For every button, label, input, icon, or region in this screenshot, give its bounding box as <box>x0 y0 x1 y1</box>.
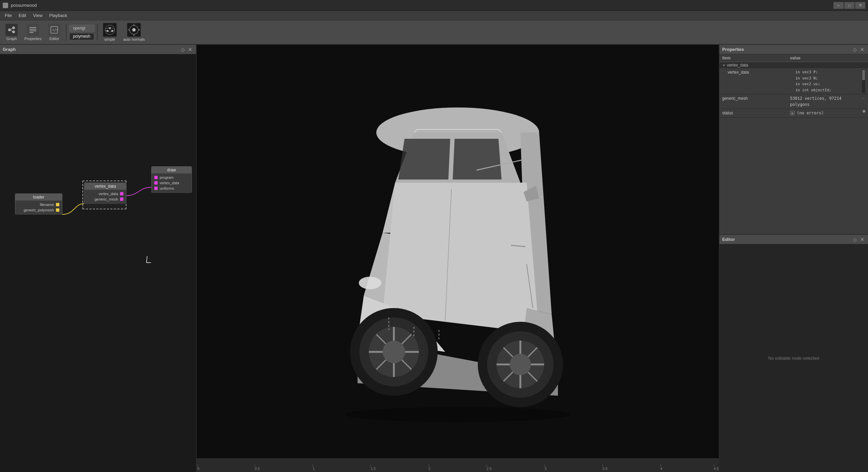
editor-panel-close[interactable]: ✕ <box>859 237 865 243</box>
prop-key-generic-mesh: generic_mesh <box>722 95 790 101</box>
toolbar-divider-2 <box>97 24 98 41</box>
auto-normals-button[interactable]: auto normals <box>121 22 148 43</box>
node-draw-title: draw <box>152 167 192 173</box>
svg-point-21 <box>132 28 136 32</box>
port-generic-polymesh[interactable]: generic_polymesh <box>15 207 62 213</box>
car-3d-view <box>197 45 719 458</box>
properties-icon <box>27 24 39 36</box>
port-draw-program-label: program <box>160 175 174 180</box>
prop-value-status-container: ▣ (no errors) <box>790 110 859 116</box>
port-draw-uniforms[interactable]: uniforms <box>152 186 192 191</box>
connections-svg <box>0 54 196 472</box>
prop-row-generic-mesh: generic_mesh 53012 vertices, 97214 polyg… <box>719 94 868 109</box>
editor-empty-message: No editable node selected <box>768 356 819 361</box>
tick-4: 4 <box>660 467 663 471</box>
port-draw-vertex-data[interactable]: vertex_data <box>152 180 192 186</box>
svg-rect-7 <box>29 31 36 31</box>
prop-value-vertex-data: in vec3 P;in vec3 N;in vec2 uv;in int ob… <box>795 69 865 93</box>
prop-ellipsis-generic-mesh[interactable]: … <box>859 95 865 99</box>
port-draw-program[interactable]: program <box>152 175 192 180</box>
tick-1: 1 <box>313 467 315 471</box>
svg-point-30 <box>382 341 405 363</box>
port-draw-program-dot[interactable] <box>154 176 158 179</box>
tab-polymesh[interactable]: polymesh <box>69 33 94 40</box>
properties-label: Properties <box>24 37 41 41</box>
prop-key-status: status <box>722 110 790 115</box>
prop-key-vertex-data-sub: vertex_data <box>728 69 795 75</box>
properties-panel-header: Properties ◇ ✕ <box>719 45 868 54</box>
graph-label: Graph <box>6 37 17 41</box>
prop-table-header: item value <box>719 54 868 62</box>
tick-15: 1.5 <box>371 467 376 471</box>
port-vd-generic-mesh-label: generic_mesh <box>95 197 118 201</box>
graph-panel-title: Graph <box>3 47 16 52</box>
svg-rect-6 <box>29 29 36 30</box>
node-loader-body: filename generic_polymesh <box>15 201 62 214</box>
svg-point-11 <box>105 25 115 35</box>
minimize-button[interactable]: ─ <box>833 2 844 9</box>
properties-panel-title: Properties <box>722 47 744 52</box>
close-button[interactable]: ✕ <box>855 2 865 9</box>
prop-col-item: item <box>722 56 790 60</box>
center-panel: 0 0.5 1 1.5 2 2.5 3 <box>197 45 719 472</box>
port-vd-generic-mesh-dot[interactable] <box>120 197 123 201</box>
tab-opengl[interactable]: opengl <box>69 25 94 32</box>
editor-tool-button[interactable]: </> Editor <box>45 22 63 42</box>
port-generic-polymesh-dot[interactable] <box>56 208 59 212</box>
right-panel: Properties ◇ ✕ item value ▼ vertex_data <box>719 45 868 472</box>
svg-point-13 <box>109 27 111 29</box>
port-draw-vertex-data-dot[interactable] <box>154 181 158 185</box>
simple-render-button[interactable]: simple <box>100 22 119 43</box>
prop-group-vertex-data-label: vertex_data <box>727 63 748 68</box>
menu-edit[interactable]: Edit <box>15 12 29 19</box>
prop-row-vertex-data-value: vertex_data in vec3 P;in vec3 N;in vec2 … <box>719 68 868 94</box>
prop-scrollbar-track[interactable] <box>862 69 865 93</box>
port-filename-dot[interactable] <box>56 203 59 206</box>
node-vertex-data[interactable]: vertex_data vertex_data generic_mesh <box>84 183 126 204</box>
timeline-ruler: 0 0.5 1 1.5 2 2.5 3 <box>197 459 719 472</box>
port-vd-vertex-data[interactable]: vertex_data <box>84 191 126 196</box>
graph-panel-pin[interactable]: ◇ <box>180 46 186 53</box>
menu-view[interactable]: View <box>29 12 46 19</box>
properties-tool-button[interactable]: Properties <box>22 22 44 42</box>
svg-rect-8 <box>29 32 34 33</box>
tickmark-4 <box>660 465 661 467</box>
expand-arrow-vertex-data: ▼ <box>722 63 726 67</box>
port-vd-generic-mesh[interactable]: generic_mesh <box>84 196 126 202</box>
port-vd-vertex-data-dot[interactable] <box>120 192 123 195</box>
svg-point-2 <box>12 31 15 33</box>
menu-file[interactable]: File <box>1 12 15 19</box>
node-loader[interactable]: loader filename generic_polymesh <box>15 193 62 214</box>
viewport[interactable] <box>197 45 719 458</box>
graph-canvas[interactable]: loader filename generic_polymesh vertex_… <box>0 54 196 472</box>
port-draw-uniforms-dot[interactable] <box>154 187 158 190</box>
properties-panel-pin[interactable]: ◇ <box>852 46 858 53</box>
tick-05: 0.5 <box>255 467 260 471</box>
properties-panel-close[interactable]: ✕ <box>859 46 865 53</box>
port-filename[interactable]: filename <box>15 202 62 207</box>
prop-status-indicator[interactable] <box>859 110 865 113</box>
port-draw-uniforms-label: uniforms <box>160 186 174 190</box>
prop-col-value: value <box>790 56 801 60</box>
auto-normals-icon <box>127 23 141 37</box>
graph-panel-close[interactable]: ✕ <box>187 46 193 53</box>
tick-25: 2.5 <box>487 467 492 471</box>
node-vertex-data-title: vertex_data <box>84 183 126 190</box>
timeline[interactable]: 0 0.5 1 1.5 2 2.5 3 <box>197 458 719 472</box>
graph-tool-button[interactable]: Graph <box>3 22 20 42</box>
editor-panel-pin[interactable]: ◇ <box>852 237 858 243</box>
svg-point-40 <box>359 277 381 289</box>
prop-scrollbar-thumb[interactable] <box>862 70 865 80</box>
svg-point-1 <box>12 26 15 29</box>
cursor-position <box>146 256 151 263</box>
node-draw[interactable]: draw program vertex_data uniforms <box>151 166 192 193</box>
prop-group-vertex-data[interactable]: ▼ vertex_data <box>719 62 868 68</box>
properties-panel-controls: ◇ ✕ <box>852 46 865 53</box>
editor-panel-header: Editor ◇ ✕ <box>719 235 868 244</box>
restore-button[interactable]: □ <box>844 2 854 9</box>
tickmark-15 <box>371 465 371 467</box>
menu-playback[interactable]: Playback <box>46 12 71 19</box>
prop-value-generic-mesh: 53012 vertices, 97214 polygons <box>790 95 859 108</box>
tickmark-2 <box>429 465 429 467</box>
node-vertex-data-body: vertex_data generic_mesh <box>84 190 126 203</box>
